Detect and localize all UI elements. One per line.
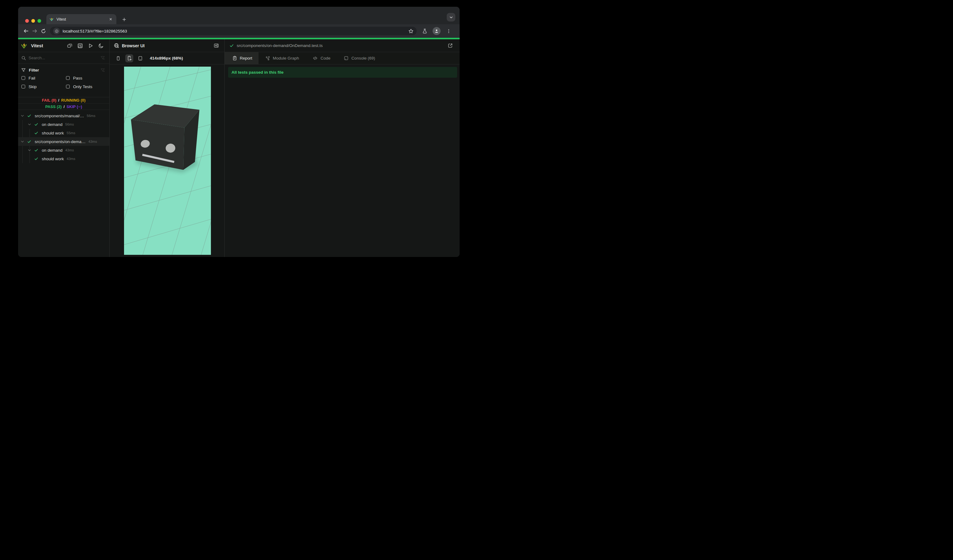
- checkbox-icon: [66, 85, 70, 88]
- chevron-down-icon[interactable]: [27, 148, 32, 152]
- back-button[interactable]: [22, 27, 30, 35]
- filter-label: Pass: [73, 76, 82, 81]
- sidebar-header: Vitest: [18, 39, 109, 52]
- search-row: [18, 52, 109, 64]
- filter-label: Only Tests: [73, 84, 92, 89]
- code-icon: [312, 56, 318, 61]
- tab-label: Console (69): [351, 56, 375, 60]
- test-summary: FAIL (0) / RUNNING (0) PASS (2) / SKIP (…: [18, 97, 109, 110]
- tab-label: Module Graph: [273, 56, 300, 60]
- filter-checkbox-pass[interactable]: Pass: [66, 74, 110, 82]
- globe-icon: [114, 43, 119, 48]
- running-count: RUNNING (0): [61, 98, 85, 102]
- filter-checkbox-fail[interactable]: Fail: [22, 74, 66, 82]
- tab-code[interactable]: Code: [306, 52, 337, 64]
- tree-row-file-selected[interactable]: src/components/on-dema… 43ms: [18, 137, 109, 146]
- tree-row-file[interactable]: src/components/manual/… 56ms: [18, 112, 109, 120]
- skip-count: SKIP (--): [67, 105, 82, 109]
- dashboard-icon[interactable]: [76, 42, 84, 50]
- device-phone-icon[interactable]: [114, 54, 122, 62]
- chevron-down-icon[interactable]: [27, 122, 32, 127]
- tab-report[interactable]: Report: [225, 52, 259, 64]
- tab-module-graph[interactable]: Module Graph: [259, 52, 306, 64]
- filter-label: Fail: [29, 76, 35, 81]
- close-window-button[interactable]: [25, 19, 29, 23]
- pass-check-icon: [229, 43, 234, 48]
- dark-mode-moon-icon[interactable]: [97, 42, 105, 50]
- pass-check-icon: [34, 148, 38, 152]
- reload-button[interactable]: [39, 27, 48, 35]
- new-tab-button[interactable]: [120, 16, 128, 23]
- filter-header: Filter: [18, 66, 109, 74]
- checkbox-icon: [22, 85, 25, 88]
- collapse-panels-icon[interactable]: [66, 42, 74, 50]
- menu-dots-icon[interactable]: [444, 27, 453, 35]
- test-duration: 43ms: [67, 157, 75, 161]
- profile-avatar[interactable]: [433, 27, 441, 35]
- site-info-icon[interactable]: [53, 28, 60, 34]
- checkbox-icon: [66, 76, 70, 80]
- test-file-name: src/components/manual/…: [35, 113, 84, 118]
- filter-section: Filter Fail Pass Skip Only Tests: [18, 64, 109, 91]
- clear-filter-icon[interactable]: [100, 56, 105, 60]
- filter-checkbox-only-tests[interactable]: Only Tests: [66, 82, 110, 91]
- tree-row-test[interactable]: should work 43ms: [18, 154, 109, 163]
- test-tree: src/components/manual/… 56ms on demand 5…: [18, 112, 109, 163]
- tab-console[interactable]: Console (69): [337, 52, 382, 64]
- browser-tab[interactable]: Vitest: [47, 14, 116, 24]
- summary-row-fail-running: FAIL (0) / RUNNING (0): [18, 97, 109, 104]
- module-graph-icon: [265, 56, 270, 61]
- address-bar[interactable]: [50, 27, 417, 35]
- zoom-window-button[interactable]: [37, 19, 41, 23]
- app-title: Vitest: [31, 43, 66, 48]
- browser-panel-header: Browser UI: [110, 39, 224, 52]
- device-phone-add-icon[interactable]: [125, 54, 133, 62]
- experiments-flask-icon[interactable]: [420, 27, 429, 35]
- device-toolbar: 414x896px (68%): [110, 52, 224, 65]
- checkbox-icon: [22, 76, 25, 80]
- device-tablet-icon[interactable]: [136, 54, 144, 62]
- tab-close-icon[interactable]: [108, 17, 113, 22]
- chevron-down-icon[interactable]: [20, 140, 25, 144]
- preview-area: [110, 65, 224, 257]
- chevron-down-icon[interactable]: [20, 113, 25, 118]
- test-name: should work: [42, 131, 64, 135]
- bookmark-star-icon[interactable]: [408, 29, 414, 34]
- browser-toolbar: [18, 24, 459, 38]
- tree-row-test[interactable]: should work 55ms: [18, 129, 109, 137]
- tab-strip: Vitest: [18, 7, 459, 24]
- summary-row-pass-skip: PASS (2) / SKIP (--): [18, 104, 109, 110]
- separator: /: [58, 98, 60, 102]
- tab-search-button[interactable]: [447, 13, 455, 22]
- run-all-play-icon[interactable]: [87, 42, 95, 50]
- open-external-icon[interactable]: [446, 42, 454, 50]
- open-in-panel-icon[interactable]: [212, 42, 220, 50]
- pass-check-icon: [27, 113, 31, 118]
- tab-label: Report: [240, 56, 252, 60]
- test-viewport-iframe[interactable]: [124, 67, 211, 255]
- fail-count: FAIL (0): [42, 98, 56, 102]
- report-clipboard-icon: [233, 56, 237, 60]
- report-tabs: Report Module Graph Code: [225, 52, 459, 65]
- tree-row-suite[interactable]: on demand 43ms: [18, 146, 109, 154]
- threejs-scene: [124, 67, 211, 255]
- report-content: All tests passed in this file: [225, 65, 459, 257]
- url-input[interactable]: [63, 29, 405, 34]
- all-tests-passed-banner: All tests passed in this file: [228, 67, 457, 78]
- search-input[interactable]: [29, 56, 98, 60]
- test-duration: 43ms: [65, 148, 74, 152]
- minimize-window-button[interactable]: [31, 19, 35, 23]
- vitest-logo-icon: [20, 42, 28, 50]
- pass-check-icon: [27, 140, 31, 144]
- funnel-icon: [21, 68, 26, 73]
- clear-filter-icon[interactable]: [100, 68, 105, 73]
- filter-checkbox-skip[interactable]: Skip: [22, 82, 66, 91]
- browser-panel-title: Browser UI: [122, 43, 210, 48]
- window-controls: [25, 19, 41, 23]
- page: Vitest: [0, 0, 476, 280]
- tree-row-suite[interactable]: on demand 56ms: [18, 120, 109, 129]
- forward-button[interactable]: [30, 27, 39, 35]
- report-panel: src/components/on-demand/OnDemand.test.t…: [225, 39, 459, 257]
- pass-check-icon: [34, 157, 38, 161]
- test-duration: 56ms: [65, 123, 74, 126]
